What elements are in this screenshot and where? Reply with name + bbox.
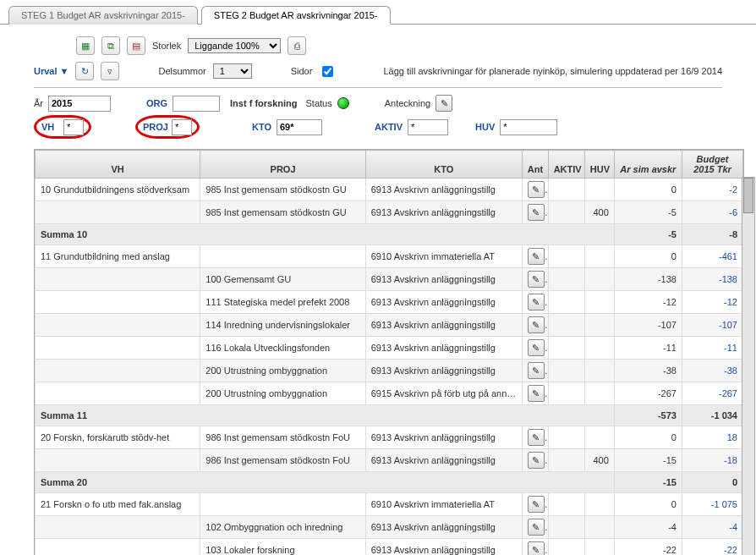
edit-row-button[interactable]: ✎ xyxy=(528,496,545,513)
edit-row-button[interactable]: ✎ xyxy=(528,452,545,469)
cell-arsim: -22 xyxy=(614,539,682,556)
summary-label: Summa 11 xyxy=(36,405,615,426)
proj-input[interactable] xyxy=(172,119,192,135)
cell-budget: -12 xyxy=(682,291,742,314)
col-budget[interactable]: Budget 2015 Tkr xyxy=(682,151,742,179)
cell-proj: 102 Ombyggnation och inredning xyxy=(200,516,365,539)
divider xyxy=(34,87,722,88)
col-vh[interactable]: VH xyxy=(36,151,200,179)
cell-aktiv xyxy=(548,268,584,291)
filter-icon[interactable]: ▿ xyxy=(101,62,119,80)
huv-input[interactable] xyxy=(500,119,557,135)
cell-proj: 986 Inst gemensam stödkostn FoU xyxy=(200,426,365,449)
kto-label: KTO xyxy=(252,122,271,132)
cell-kto: 6910 Avskrivn immateriella AT xyxy=(365,493,522,516)
cell-ant: ✎ xyxy=(522,268,548,291)
table-row: 100 Gemensamt GU6913 Avskrivn anläggning… xyxy=(36,268,743,291)
cell-kto: 6913 Avskrivn anläggningstillg xyxy=(365,179,522,201)
cell-vh: 21 Forskn o fo utb med fak.anslag xyxy=(36,493,200,516)
aktiv-label: AKTIV xyxy=(375,122,403,132)
cell-arsim: -4 xyxy=(614,516,682,539)
cell-budget: -38 xyxy=(682,360,742,382)
cell-proj: 200 Utrustning ombyggnation xyxy=(200,382,365,405)
cell-arsim: -11 xyxy=(614,337,682,360)
cell-arsim: 0 xyxy=(614,245,682,268)
cell-proj: 986 Inst gemensam stödkostn FoU xyxy=(200,449,365,472)
cell-proj: 114 Inredning undervisningslokaler xyxy=(200,314,365,337)
table-row: 20 Forskn, forskarutb stödv-het986 Inst … xyxy=(36,426,743,449)
print-icon[interactable]: ⎙ xyxy=(288,36,306,55)
edit-row-button[interactable]: ✎ xyxy=(528,271,545,288)
edit-row-button[interactable]: ✎ xyxy=(528,339,545,356)
cell-vh: 10 Grundutbildningens stödverksam xyxy=(36,179,200,201)
org-input[interactable] xyxy=(173,96,220,112)
cell-aktiv xyxy=(548,449,584,472)
refresh-icon[interactable]: ↻ xyxy=(75,62,94,80)
table-row: 116 Lokala Utvecklingsfonden6913 Avskriv… xyxy=(36,337,743,360)
anteckning-edit-button[interactable]: ✎ xyxy=(436,95,452,112)
edit-row-button[interactable]: ✎ xyxy=(528,519,545,536)
cell-vh xyxy=(36,201,200,224)
table-row: 103 Lokaler forskning6913 Avskrivn anläg… xyxy=(36,539,743,556)
excel-icon[interactable]: ▦ xyxy=(76,36,95,55)
col-aktiv[interactable]: AKTIV xyxy=(548,151,584,179)
delsummor-select[interactable]: 1 xyxy=(213,63,252,79)
vh-input[interactable] xyxy=(63,119,84,135)
col-arsim[interactable]: Ar sim avskr xyxy=(614,151,682,179)
cell-ant: ✎ xyxy=(522,291,548,314)
scroll-thumb[interactable] xyxy=(743,178,753,213)
cell-huv: 400 xyxy=(584,201,614,224)
cell-budget: -2 xyxy=(682,179,742,201)
ar-input[interactable] xyxy=(48,96,111,112)
cell-ant: ✎ xyxy=(522,179,548,201)
cell-proj: 985 Inst gemensam stödkostn GU xyxy=(200,201,365,224)
cell-budget: -22 xyxy=(682,539,742,556)
cell-huv xyxy=(584,337,614,360)
cell-arsim: -38 xyxy=(614,360,682,382)
edit-row-button[interactable]: ✎ xyxy=(528,362,545,379)
kto-input[interactable] xyxy=(277,119,322,135)
col-proj[interactable]: PROJ xyxy=(200,151,365,179)
summary-label: Summa 10 xyxy=(36,224,615,245)
storlek-select[interactable]: Liggande 100% xyxy=(188,38,281,53)
table-row: 986 Inst gemensam stödkostn FoU6913 Avsk… xyxy=(36,449,743,472)
scrollbar[interactable] xyxy=(742,177,755,555)
summary-label: Summa 20 xyxy=(36,472,615,493)
cell-ant: ✎ xyxy=(522,539,548,556)
edit-row-button[interactable]: ✎ xyxy=(528,385,545,402)
col-huv[interactable]: HUV xyxy=(584,151,614,179)
col-ant[interactable]: Ant xyxy=(522,151,548,179)
sidor-checkbox[interactable] xyxy=(322,66,333,77)
cell-vh: 11 Grundutbildning med anslag xyxy=(36,245,200,268)
cell-aktiv xyxy=(548,314,584,337)
edit-row-button[interactable]: ✎ xyxy=(528,294,545,310)
edit-row-button[interactable]: ✎ xyxy=(528,429,545,446)
cell-arsim: -12 xyxy=(614,291,682,314)
cell-kto: 6913 Avskrivn anläggningstillg xyxy=(365,337,522,360)
cell-ant: ✎ xyxy=(522,360,548,382)
col-kto[interactable]: KTO xyxy=(365,151,522,179)
tab-steg-2[interactable]: STEG 2 Budget AR avskrivningar 2015- xyxy=(201,6,391,25)
edit-row-button[interactable]: ✎ xyxy=(528,204,545,221)
urval-dropdown[interactable]: Urval ▼ xyxy=(34,66,68,76)
tab-steg-1[interactable]: STEG 1 Budget AR avskrivningar 2015- xyxy=(8,6,198,25)
cell-aktiv xyxy=(548,201,584,224)
edit-row-button[interactable]: ✎ xyxy=(528,316,545,333)
cell-huv xyxy=(584,493,614,516)
cell-huv xyxy=(584,314,614,337)
cell-proj: 103 Lokaler forskning xyxy=(200,539,365,556)
cell-budget: -107 xyxy=(682,314,742,337)
chevron-down-icon: ▼ xyxy=(60,66,69,76)
cell-kto: 6913 Avskrivn anläggningstillg xyxy=(365,360,522,382)
table-row: Summa 11-573-1 034 xyxy=(36,405,743,426)
cell-kto: 6915 Avskrivn på förb utg på annans xyxy=(365,382,522,405)
copy-icon[interactable]: ⧉ xyxy=(101,36,120,55)
cell-budget: -461 xyxy=(682,245,742,268)
pdf-icon[interactable]: ▤ xyxy=(127,36,145,55)
cell-huv xyxy=(584,426,614,449)
edit-row-button[interactable]: ✎ xyxy=(528,248,545,265)
edit-row-button[interactable]: ✎ xyxy=(528,541,545,555)
aktiv-input[interactable] xyxy=(408,119,448,135)
sidor-label: Sidor xyxy=(291,66,313,76)
edit-row-button[interactable]: ✎ xyxy=(528,181,545,198)
